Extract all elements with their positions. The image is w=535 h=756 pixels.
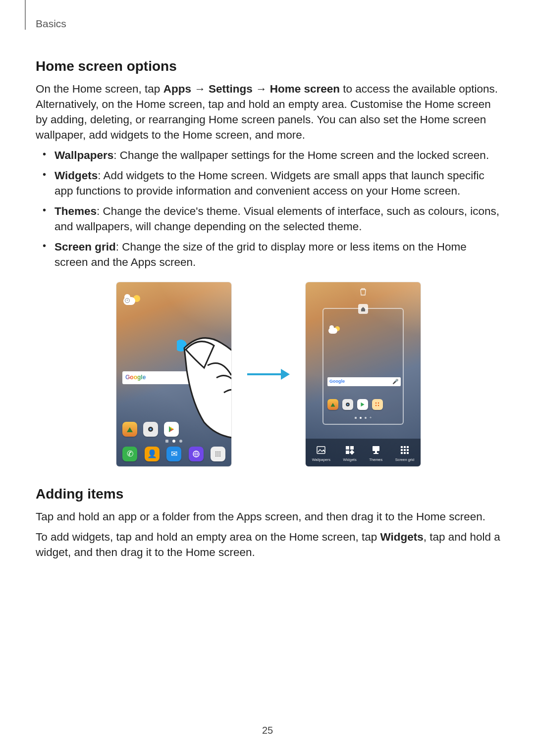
svg-rect-23 (346, 451, 349, 454)
google-search-bar: Google 🎤 (327, 377, 401, 386)
svg-point-7 (217, 453, 219, 454)
apps-folder-icon (372, 399, 383, 410)
messages-icon: ✉ (166, 447, 181, 461)
bold-widgets: Widgets (380, 531, 423, 543)
mic-icon: 🎤 (392, 379, 398, 384)
desc: : Change the device's theme. Visual elem… (54, 205, 499, 233)
apps-drawer-icon (211, 447, 225, 461)
header-section-label: Basics (36, 18, 66, 30)
svg-point-17 (378, 402, 379, 403)
svg-point-1 (150, 428, 152, 430)
desc: : Change the size of the grid to display… (54, 241, 467, 268)
gallery-icon (122, 422, 137, 437)
svg-point-16 (375, 402, 376, 403)
widgets-button: Widgets (343, 445, 357, 462)
dock-row (327, 399, 383, 410)
figure-phone-after: Google 🎤 + Wallpapers (306, 282, 421, 466)
svg-point-9 (215, 455, 217, 456)
dock-row (122, 422, 179, 437)
label: Widgets (343, 457, 357, 462)
camera-icon (143, 422, 158, 437)
list-item: Themes: Change the device's theme. Visua… (36, 203, 501, 234)
intro-paragraph: On the Home screen, tap Apps → Settings … (36, 81, 501, 143)
list-item: Wallpapers: Change the wallpaper setting… (36, 148, 501, 163)
favorites-tray: ✆ 👤 ✉ (122, 447, 225, 461)
svg-rect-22 (350, 446, 354, 450)
term: Wallpapers (54, 149, 113, 161)
weather-widget-icon: + (123, 297, 140, 305)
svg-rect-31 (401, 449, 403, 451)
svg-rect-36 (407, 452, 409, 454)
svg-rect-32 (404, 449, 406, 451)
label: Wallpapers (312, 457, 330, 462)
term: Screen grid (54, 241, 116, 253)
svg-point-18 (375, 404, 376, 405)
trash-icon (359, 287, 368, 298)
wallpapers-button: Wallpapers (312, 445, 330, 462)
term: Themes (54, 205, 97, 217)
arrow-icon (246, 367, 291, 382)
term: Widgets (54, 169, 98, 182)
svg-rect-26 (375, 451, 377, 453)
svg-rect-28 (401, 446, 403, 448)
themes-icon (371, 445, 381, 456)
svg-point-6 (215, 453, 217, 454)
label: Screen grid (395, 457, 414, 462)
page-indicators: + (323, 417, 403, 419)
svg-rect-25 (373, 446, 379, 451)
figure-row: + Google ✆ 👤 ✉ (36, 282, 501, 466)
contacts-icon: 👤 (145, 447, 160, 461)
themes-button: Themes (369, 445, 382, 462)
svg-rect-24 (350, 450, 355, 454)
svg-rect-30 (407, 446, 409, 448)
grid-icon (400, 445, 410, 456)
home-panel-preview: Google 🎤 + (322, 308, 404, 425)
svg-rect-27 (374, 453, 378, 454)
page-number: 25 (0, 725, 535, 736)
widgets-icon (345, 445, 355, 456)
svg-rect-29 (404, 446, 406, 448)
image-icon (316, 445, 326, 456)
google-search-bar: Google (122, 371, 225, 384)
internet-icon (189, 447, 204, 461)
play-store-icon (357, 399, 368, 410)
bold-home-screen: Home screen (270, 83, 340, 95)
svg-point-4 (217, 451, 219, 453)
heading-adding-items: Adding items (36, 486, 501, 502)
label: Themes (369, 457, 382, 462)
bullet-list: Wallpapers: Change the wallpaper setting… (36, 148, 501, 270)
svg-point-15 (347, 403, 349, 405)
weather-widget-icon (328, 328, 340, 334)
svg-point-8 (219, 453, 221, 454)
adding-items-p2: To add widgets, tap and hold an empty ar… (36, 529, 501, 560)
text: On the Home screen, tap (36, 83, 163, 95)
svg-rect-21 (346, 446, 349, 450)
bold-settings: Settings (209, 83, 253, 95)
arrow: → (191, 83, 209, 95)
google-logo: Google (125, 374, 146, 381)
svg-point-3 (215, 451, 217, 453)
svg-rect-35 (404, 452, 406, 454)
adding-items-p1: Tap and hold an app or a folder from the… (36, 509, 501, 524)
svg-point-5 (219, 451, 221, 453)
figure-phone-before: + Google ✆ 👤 ✉ (116, 282, 231, 466)
svg-rect-34 (401, 452, 403, 454)
header-divider (25, 0, 26, 30)
google-logo: Google (329, 379, 345, 384)
desc: : Add widgets to the Home screen. Widget… (54, 169, 484, 197)
home-indicator-icon (358, 304, 368, 314)
svg-rect-33 (407, 449, 409, 451)
heading-home-screen-options: Home screen options (36, 58, 501, 74)
text: To add widgets, tap and hold an empty ar… (36, 531, 380, 543)
desc: : Change the wallpaper settings for the … (113, 149, 489, 161)
home-options-bottombar: Wallpapers Widgets Themes Screen grid (306, 439, 421, 466)
page-indicators (116, 440, 231, 443)
arrow: → (253, 83, 270, 95)
camera-icon (342, 399, 353, 410)
screen-grid-button: Screen grid (395, 445, 414, 462)
gallery-icon (327, 399, 338, 410)
play-store-icon (164, 422, 179, 437)
bold-apps: Apps (163, 83, 191, 95)
svg-point-11 (219, 455, 221, 456)
svg-point-19 (378, 404, 379, 405)
